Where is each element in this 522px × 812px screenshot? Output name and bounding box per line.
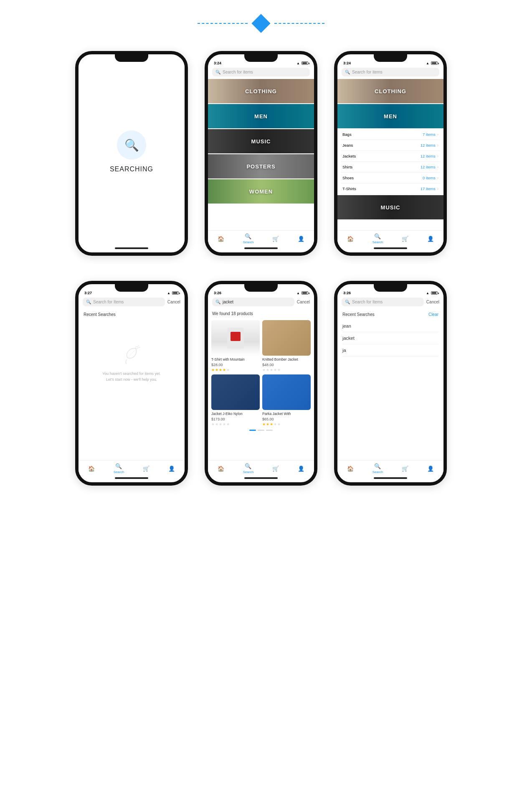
category-label-women: WOMEN — [249, 188, 273, 195]
bottom-nav: 🏠 🔍Search 🛒 👤 — [79, 460, 185, 475]
time: 3:27 — [84, 291, 92, 295]
subcategory-name: Shirts — [342, 165, 352, 169]
cart-icon: 🛒 — [272, 466, 279, 472]
category-label: MUSIC — [381, 204, 400, 211]
nav-search[interactable]: 🔍Search — [243, 463, 253, 474]
search-bar-with-cancel: 🔍 Search for Items Cancel — [83, 298, 180, 306]
time: 3:24 — [214, 61, 221, 65]
subcategory-jeans[interactable]: Jeans 12 items › — [341, 140, 440, 151]
nav-profile[interactable]: 👤 — [168, 466, 175, 472]
category-label-posters: POSTERS — [246, 163, 275, 170]
phone-screen: 3:24 🔍 Search for items CLOTHING MEN — [337, 59, 443, 245]
cancel-button[interactable]: Cancel — [167, 300, 180, 304]
search-placeholder: Search for items — [352, 70, 436, 74]
subcategory-shirts[interactable]: Shirts 12 items › — [341, 162, 440, 173]
search-bar[interactable]: 🔍 Search for items — [212, 68, 310, 76]
nav-profile[interactable]: 👤 — [298, 236, 304, 242]
nav-home[interactable]: 🏠 — [347, 236, 354, 242]
phones-row-2: 3:27 🔍 Search for Items Cancel Recent Se… — [0, 281, 522, 511]
category-tile-music[interactable]: MUSIC — [208, 129, 314, 153]
nav-home[interactable]: 🏠 — [347, 466, 354, 472]
nav-search[interactable]: 🔍Search — [114, 463, 124, 474]
nav-home[interactable]: 🏠 — [218, 466, 224, 472]
category-tile-posters[interactable]: POSTERS — [208, 154, 314, 178]
phone-searching: 🔍 SEARCHING — [75, 51, 188, 256]
subcategory-bags[interactable]: Bags 7 items › — [341, 129, 440, 140]
search-icon: 🔍 — [374, 233, 381, 239]
product-stars-2: ★ ★ ★ ★ ★ — [262, 368, 311, 372]
product-card-4[interactable]: Parka Jacket With $65.00 ★ ★ ★ ★ ★ — [262, 374, 311, 426]
time: 3:26 — [214, 291, 221, 295]
wifi-icon — [426, 61, 429, 65]
product-card-1[interactable]: T-Shirt with Mountain $28.00 ★ ★ ★ ★ ★ — [211, 320, 260, 372]
nav-profile[interactable]: 👤 — [298, 466, 304, 472]
product-card-3[interactable]: Jacket J-Eiko Nylon $173.00 ★ ★ ★ ★ ★ — [211, 374, 260, 426]
phone-screen: 3:27 🔍 Search for Items Cancel Recent Se… — [79, 288, 185, 475]
recent-item-jacket[interactable]: jacket — [342, 332, 438, 344]
product-stars-4: ★ ★ ★ ★ ★ — [262, 422, 311, 426]
home-icon: 🏠 — [218, 236, 224, 242]
product-price-1: $28.00 — [211, 363, 260, 367]
nav-search[interactable]: 🔍Search — [243, 233, 253, 244]
search-large-icon: 🔍 — [124, 138, 139, 152]
scroll-dot-2 — [258, 430, 264, 431]
search-bar-with-cancel: 🔍 jacket Cancel — [212, 298, 310, 306]
product-title-1: T-Shirt with Mountain — [211, 357, 260, 362]
subcategory-count: 12 items — [421, 143, 436, 148]
star-2: ★ — [266, 422, 269, 426]
phones-row-1: 🔍 SEARCHING 3:24 🔍 Search for items — [0, 51, 522, 281]
recent-item-jean[interactable]: jean — [342, 320, 438, 332]
search-bar[interactable]: 🔍 Search for Items — [342, 298, 424, 306]
product-title-4: Parka Jacket With — [262, 412, 311, 416]
subcategory-shoes[interactable]: Shoes 0 items › — [341, 173, 440, 183]
wifi-icon — [296, 61, 300, 65]
product-price-3: $173.00 — [211, 417, 260, 421]
product-price-2: $48.00 — [262, 363, 311, 367]
cancel-button[interactable]: Cancel — [426, 300, 439, 304]
star-3: ★ — [270, 368, 273, 372]
chevron-right-icon: › — [437, 176, 438, 180]
nav-home[interactable]: 🏠 — [218, 236, 224, 242]
nav-search[interactable]: 🔍Search — [372, 233, 383, 244]
nav-profile[interactable]: 👤 — [427, 466, 434, 472]
battery-fill — [432, 292, 436, 294]
search-bar[interactable]: 🔍 Search for Items — [83, 298, 165, 306]
cancel-button[interactable]: Cancel — [297, 300, 310, 304]
search-icon: 🔍 — [215, 300, 220, 304]
category-tile-women[interactable]: WOMEN — [208, 179, 314, 204]
nav-search[interactable]: 🔍Search — [372, 463, 383, 474]
category-tile-men[interactable]: MEN — [208, 104, 314, 128]
subcategory-count: 17 items — [421, 186, 436, 191]
battery-fill — [302, 292, 307, 294]
search-query[interactable]: jacket — [223, 300, 291, 304]
bottom-nav: 🏠 🔍Search 🛒 👤 — [208, 460, 314, 475]
product-title-3: Jacket J-Eiko Nylon — [211, 412, 260, 416]
nav-cart[interactable]: 🛒 — [272, 466, 279, 472]
nav-profile[interactable]: 👤 — [427, 236, 434, 242]
recent-header: Recent Searches Clear — [342, 312, 438, 317]
nav-cart[interactable]: 🛒 — [272, 236, 279, 242]
status-icons — [296, 291, 308, 295]
phone-notch — [244, 284, 278, 292]
subcategory-jackets[interactable]: Jackets 12 items › — [341, 151, 440, 162]
product-card-2[interactable]: Knitted Bomber Jacket $48.00 ★ ★ ★ ★ ★ — [262, 320, 311, 372]
category-tile-clothing[interactable]: CLOTHING — [208, 79, 314, 103]
search-bar[interactable]: 🔍 jacket — [212, 298, 294, 306]
category-tile-men[interactable]: MEN — [337, 104, 443, 128]
search-placeholder: Search for Items — [352, 300, 421, 304]
category-tile-clothing[interactable]: CLOTHING — [337, 79, 443, 103]
clear-button[interactable]: Clear — [428, 312, 438, 317]
subcategory-tshirts[interactable]: T-Shirts 17 items › — [341, 183, 440, 194]
searching-screen: 🔍 SEARCHING — [79, 59, 185, 245]
category-tile-music[interactable]: MUSIC — [337, 195, 443, 219]
star-3: ★ — [219, 422, 222, 426]
nav-cart[interactable]: 🛒 — [143, 466, 150, 472]
header-decoration — [0, 0, 522, 51]
star-4: ★ — [223, 368, 226, 372]
nav-home[interactable]: 🏠 — [88, 466, 95, 472]
phone-subcategories: 3:24 🔍 Search for items CLOTHING MEN — [334, 51, 447, 256]
search-bar[interactable]: 🔍 Search for items — [342, 68, 439, 76]
nav-cart[interactable]: 🛒 — [402, 236, 408, 242]
recent-item-ja[interactable]: ja — [342, 344, 438, 356]
nav-cart[interactable]: 🛒 — [402, 466, 408, 472]
